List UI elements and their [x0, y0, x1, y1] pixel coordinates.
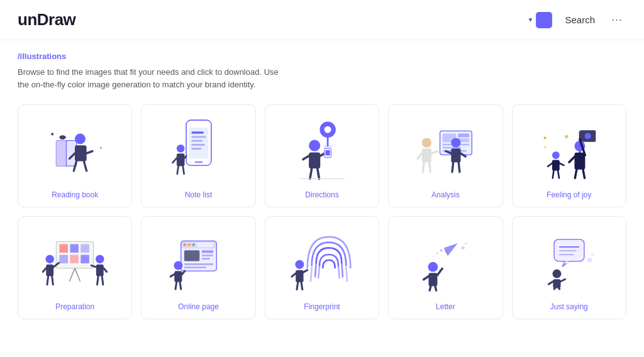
svg-line-146 [560, 279, 565, 281]
svg-line-125 [292, 273, 296, 277]
site-header: unDraw ▼ Search ··· [0, 0, 644, 40]
svg-line-70 [548, 163, 552, 166]
svg-rect-82 [70, 255, 79, 263]
svg-line-26 [182, 166, 184, 174]
svg-line-116 [315, 263, 316, 277]
svg-point-110 [174, 261, 182, 270]
svg-point-131 [434, 256, 435, 257]
color-swatch[interactable] [536, 12, 552, 28]
svg-line-57 [452, 162, 453, 172]
illustration-label-feeling-of-joy: Feeling of joy [547, 190, 591, 199]
svg-point-21 [176, 144, 184, 152]
svg-line-127 [301, 282, 303, 289]
svg-rect-35 [325, 150, 330, 155]
svg-rect-123 [296, 270, 303, 282]
svg-line-37 [310, 168, 312, 178]
svg-line-112 [182, 271, 184, 274]
illustration-card-note-list[interactable]: Note list [141, 104, 255, 207]
illustration-label-note-list: Note list [185, 190, 212, 199]
illustration-card-directions[interactable]: Directions [265, 104, 379, 207]
svg-line-73 [558, 170, 559, 178]
illustration-card-analysis[interactable]: Analysis [388, 104, 502, 207]
svg-text:✦: ✦ [50, 131, 55, 138]
svg-text:★: ★ [542, 134, 547, 140]
svg-line-8 [84, 162, 87, 171]
svg-rect-20 [191, 148, 201, 150]
svg-point-75 [544, 146, 546, 148]
svg-rect-104 [184, 250, 199, 261]
svg-line-113 [170, 274, 174, 276]
svg-line-85 [75, 268, 80, 282]
svg-line-58 [459, 162, 460, 172]
illustration-card-feeling-of-joy[interactable]: ★ Feeling of joy [512, 104, 626, 207]
svg-line-38 [318, 168, 319, 178]
svg-line-23 [172, 158, 176, 162]
svg-point-151 [591, 253, 594, 256]
svg-rect-107 [201, 258, 209, 260]
illustration-image-analysis [395, 115, 496, 184]
svg-text:✦: ✦ [99, 145, 103, 151]
svg-line-90 [47, 276, 48, 285]
svg-point-130 [436, 253, 438, 255]
svg-line-25 [177, 166, 178, 174]
illustration-image-preparation [25, 227, 125, 296]
svg-point-132 [462, 246, 465, 250]
svg-line-119 [338, 266, 340, 278]
svg-point-86 [46, 255, 55, 263]
svg-point-129 [440, 250, 442, 251]
svg-line-51 [423, 162, 425, 172]
illustration-label-analysis: Analysis [431, 190, 460, 199]
svg-rect-103 [197, 243, 213, 247]
svg-line-136 [438, 268, 443, 275]
illustration-label-letter: Letter [436, 302, 455, 311]
search-button[interactable]: Search [560, 12, 600, 28]
svg-rect-93 [96, 265, 104, 277]
illustration-card-online-page[interactable]: Online page [141, 216, 255, 319]
illustration-image-feeling-of-joy: ★ [519, 115, 619, 184]
illustration-card-just-saying[interactable]: Just saying [512, 216, 626, 319]
svg-line-66 [575, 169, 577, 178]
page-description: Browse to find the images that fit your … [18, 66, 282, 91]
color-picker[interactable]: ▼ [528, 12, 553, 28]
svg-line-138 [430, 286, 431, 290]
illustration-image-directions [272, 115, 372, 184]
svg-rect-83 [80, 255, 89, 263]
svg-rect-69 [552, 160, 560, 170]
svg-rect-80 [80, 244, 89, 253]
svg-line-95 [104, 268, 107, 272]
svg-line-120 [311, 268, 312, 281]
svg-line-147 [548, 282, 553, 284]
svg-point-47 [422, 138, 431, 147]
more-options-button[interactable]: ··· [608, 11, 626, 29]
illustration-card-letter[interactable]: Letter [388, 216, 502, 319]
svg-point-133 [465, 243, 467, 244]
svg-marker-10 [66, 136, 68, 138]
illustration-label-online-page: Online page [178, 302, 219, 311]
svg-line-149 [558, 288, 560, 289]
illustration-card-reading-book[interactable]: ✦ ✦ Reading book [18, 104, 132, 207]
svg-rect-18 [191, 140, 203, 141]
svg-line-126 [297, 282, 298, 289]
svg-point-122 [295, 260, 304, 269]
illustration-image-just-saying [519, 227, 619, 296]
svg-rect-78 [60, 244, 69, 253]
illustration-card-preparation[interactable]: Preparation [18, 216, 132, 319]
svg-rect-16 [191, 131, 204, 134]
illustration-image-fingerprint [272, 227, 372, 296]
svg-line-117 [341, 263, 343, 277]
svg-point-53 [452, 138, 461, 147]
svg-line-89 [43, 268, 46, 272]
svg-rect-27 [194, 161, 203, 162]
svg-rect-81 [60, 255, 69, 263]
svg-rect-45 [443, 147, 462, 149]
illustration-card-fingerprint[interactable]: Fingerprint [265, 216, 379, 319]
svg-line-139 [435, 286, 436, 290]
illustration-label-reading-book: Reading book [52, 190, 98, 199]
page-content: /illustrations Browse to find the images… [0, 40, 644, 332]
svg-line-36 [303, 156, 309, 159]
svg-rect-106 [201, 255, 213, 256]
svg-line-91 [52, 276, 53, 285]
svg-rect-4 [75, 145, 87, 161]
illustration-image-reading-book: ✦ ✦ [25, 115, 125, 184]
svg-line-67 [583, 169, 585, 178]
